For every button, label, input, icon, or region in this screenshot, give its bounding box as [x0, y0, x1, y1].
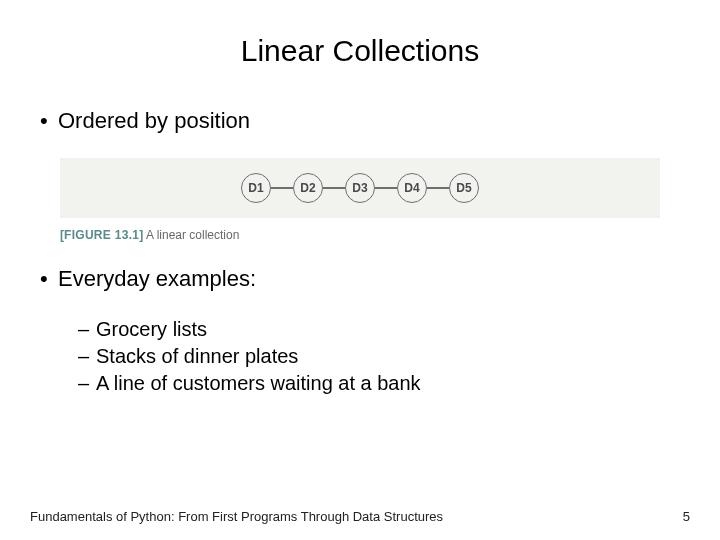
figure-area: D1 D2 D3 D4 D5 [FIGURE 13.1] A linear co… — [60, 158, 660, 242]
subbullet-plates-text: Stacks of dinner plates — [96, 345, 298, 367]
node-d5-label: D5 — [449, 173, 479, 203]
node-d2-label: D2 — [293, 173, 323, 203]
page-number: 5 — [683, 509, 690, 524]
node-d1: D1 — [241, 173, 271, 203]
bracket-close-icon: ] — [139, 228, 143, 242]
node-d4-label: D4 — [397, 173, 427, 203]
bullet-examples: •Everyday examples: — [40, 266, 690, 292]
link-icon — [271, 187, 293, 189]
footer-text: Fundamentals of Python: From First Progr… — [30, 509, 443, 524]
subbullet-bank-text: A line of customers waiting at a bank — [96, 372, 421, 394]
node-d3: D3 — [345, 173, 375, 203]
node-d1-label: D1 — [241, 173, 271, 203]
node-d2: D2 — [293, 173, 323, 203]
subbullet-grocery-text: Grocery lists — [96, 318, 207, 340]
node-d5: D5 — [449, 173, 479, 203]
subbullet-grocery: –Grocery lists — [78, 316, 690, 343]
bullet-dash-icon: – — [78, 343, 96, 370]
node-d3-label: D3 — [345, 173, 375, 203]
figure-strip: D1 D2 D3 D4 D5 — [60, 158, 660, 218]
bullet-ordered-text: Ordered by position — [58, 108, 250, 133]
bullet-ordered: •Ordered by position — [40, 108, 690, 134]
node-d4: D4 — [397, 173, 427, 203]
subbullet-plates: –Stacks of dinner plates — [78, 343, 690, 370]
bullet-dot-icon: • — [40, 108, 58, 134]
figure-label: FIGURE 13.1 — [64, 228, 139, 242]
subbullet-bank: –A line of customers waiting at a bank — [78, 370, 690, 397]
figure-caption: [FIGURE 13.1] A linear collection — [60, 228, 660, 242]
link-icon — [323, 187, 345, 189]
bullet-dash-icon: – — [78, 316, 96, 343]
bullet-dash-icon: – — [78, 370, 96, 397]
footer: Fundamentals of Python: From First Progr… — [30, 509, 690, 524]
bullet-dot-icon: • — [40, 266, 58, 292]
link-icon — [427, 187, 449, 189]
slide: Linear Collections •Ordered by position … — [0, 0, 720, 540]
bullet-examples-text: Everyday examples: — [58, 266, 256, 291]
slide-title: Linear Collections — [30, 34, 690, 68]
figure-caption-text: A linear collection — [146, 228, 239, 242]
link-icon — [375, 187, 397, 189]
